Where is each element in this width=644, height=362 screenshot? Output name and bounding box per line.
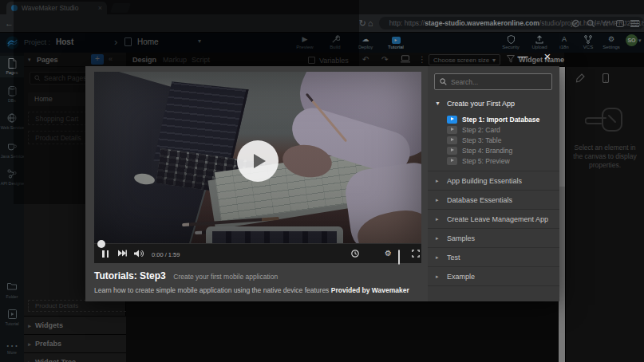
fullscreen-icon[interactable] — [412, 250, 420, 258]
tutorial-step-5[interactable]: Step 5: Preview — [447, 155, 559, 166]
video-thumbnail — [94, 72, 421, 243]
volume-icon[interactable] — [134, 250, 144, 258]
video-step-icon — [447, 126, 457, 134]
next-icon[interactable] — [118, 250, 127, 257]
tree-section-database[interactable]: ▸ Database Essentials — [428, 190, 559, 209]
tutorial-step-4[interactable]: Step 4: Branding — [447, 145, 559, 155]
caret-right-icon: ▸ — [436, 197, 439, 203]
tree-section-test[interactable]: ▸ Test — [428, 247, 559, 266]
tutorial-modal: 0:00 / 1:59 ⚙ Tutorials: Step3 Create yo… — [85, 66, 559, 301]
progress-scrubber[interactable] — [97, 240, 105, 248]
video-description: Learn how to create simple mobile applic… — [94, 286, 421, 294]
caret-expanded-icon: ▼ — [435, 100, 441, 106]
caret-right-icon: ▸ — [436, 216, 439, 222]
caret-right-icon: ▸ — [436, 254, 439, 261]
video-title: Tutorials: Step3 — [94, 270, 166, 281]
tree-section-samples[interactable]: ▸ Samples — [428, 228, 559, 247]
video-subtitle: Create your first mobile application — [173, 273, 278, 281]
video-player[interactable]: 0:00 / 1:59 ⚙ — [94, 72, 421, 263]
caret-right-icon: ▸ — [436, 273, 439, 280]
tutorial-tree-panel: ▼ Create your First App Step 1: Import D… — [428, 66, 559, 301]
tutorial-step-3[interactable]: Step 3: Table — [447, 135, 559, 145]
tree-section-example[interactable]: ▸ Example — [428, 266, 559, 285]
video-time: 0:00 / 1:59 — [152, 251, 180, 258]
video-play-button[interactable] — [237, 140, 279, 182]
video-step-icon — [447, 116, 457, 124]
screen: WaveMaker Studio × ← → ↻ ⌂ http: https:/… — [0, 0, 644, 362]
caret-right-icon: ▸ — [436, 235, 439, 242]
player-settings-icon[interactable]: ⚙ — [385, 250, 392, 258]
video-step-icon — [447, 157, 457, 165]
modal-minimize-button[interactable]: — — [515, 50, 531, 62]
provider-label: Provided by Wavemaker — [331, 286, 409, 294]
caret-right-icon: ▸ — [436, 178, 439, 184]
tutorial-step-1[interactable]: Step 1: Import Database — [447, 114, 559, 124]
video-caption: Tutorials: Step3 Create your first mobil… — [94, 268, 421, 294]
tutorial-step-2[interactable]: Step 2: Card — [447, 124, 559, 135]
pause-icon[interactable] — [102, 250, 109, 258]
tree-section-expanded[interactable]: ▼ Create your First App — [428, 98, 559, 111]
tree-section-app-building[interactable]: ▸ App Building Essentials — [428, 171, 559, 190]
theater-mode-icon[interactable] — [398, 250, 400, 265]
tree-section-leave-management[interactable]: ▸ Create Leave Management App — [428, 209, 559, 228]
modal-close-button[interactable]: × — [539, 49, 555, 63]
video-step-icon — [447, 136, 457, 144]
video-step-icon — [447, 147, 457, 155]
watch-later-icon[interactable] — [351, 250, 359, 258]
tutorial-search[interactable] — [434, 73, 552, 90]
video-controls: 0:00 / 1:59 ⚙ — [94, 243, 421, 263]
search-icon — [440, 78, 447, 85]
tutorial-search-input[interactable] — [451, 78, 539, 86]
